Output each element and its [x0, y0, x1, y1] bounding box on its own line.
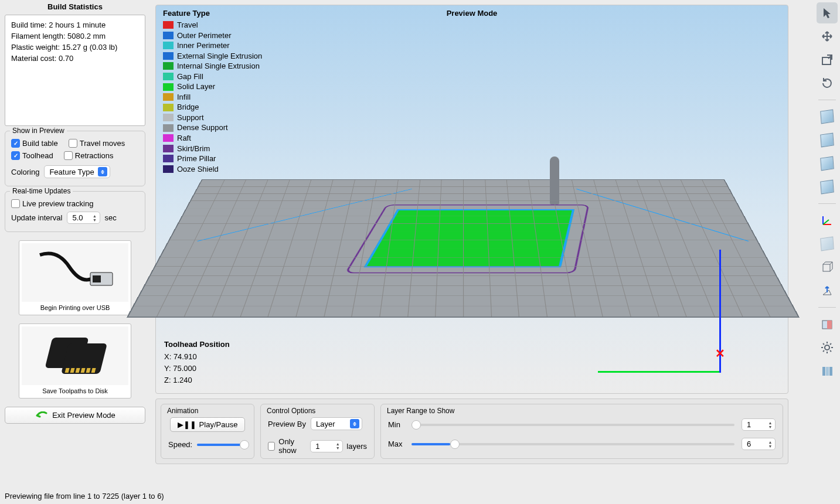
gear-icon [820, 340, 834, 355]
legend-text: Internal Single Extrusion [177, 61, 260, 71]
solid-button[interactable] [817, 233, 838, 254]
svg-rect-17 [829, 367, 832, 376]
wireframe-button[interactable] [817, 257, 838, 278]
show-in-preview-title: Show in Preview [10, 127, 67, 135]
max-label: Max [388, 440, 404, 448]
reset-tool-button[interactable] [817, 73, 838, 94]
legend-swatch [163, 165, 174, 173]
update-interval-unit: sec [105, 213, 117, 222]
rotate-icon [821, 77, 834, 90]
bottom-panel: Animation ▶❚❚ Play/Pause Speed: Control … [155, 399, 788, 464]
svg-rect-16 [826, 367, 829, 376]
checkbox-toolhead[interactable]: Toolhead [11, 151, 53, 160]
legend-text: Bridge [177, 102, 199, 113]
legend-swatch [163, 62, 174, 70]
legend-row: Ooze Shield [163, 164, 262, 175]
preview-by-label: Preview By [268, 420, 306, 428]
legend-swatch [163, 73, 174, 80]
pos-y: Y: 75.000 [164, 363, 230, 374]
save-disk-card[interactable]: Save Toolpaths to Disk [19, 323, 131, 399]
min-slider[interactable] [412, 424, 734, 426]
update-interval-input[interactable]: 5.0 ▲▼ [67, 212, 100, 224]
preview-by-select[interactable]: Layer [311, 417, 362, 430]
legend-row: Internal Single Extrusion [163, 61, 262, 71]
view-iso3-button[interactable] [817, 153, 838, 174]
min-label: Min [388, 420, 404, 429]
legend-row: Travel [163, 20, 262, 30]
legend-swatch [163, 145, 174, 152]
checkbox-build-table[interactable]: Build table [11, 139, 58, 148]
dropdown-icon [98, 167, 107, 176]
legend-row: Gap Fill [163, 71, 262, 82]
checkbox-live-preview[interactable]: Live preview tracking [11, 199, 139, 208]
pointer-tool-button[interactable] [817, 2, 838, 23]
legend-text: Raft [177, 133, 191, 144]
legend-row: Raft [163, 133, 262, 144]
axis-z: ✕ [715, 346, 729, 360]
section-button[interactable] [817, 314, 838, 335]
coloring-select[interactable]: Feature Type [44, 165, 110, 178]
svg-rect-13 [827, 321, 832, 329]
cube-icon [820, 180, 834, 195]
legend-text: Inner Perimeter [177, 40, 230, 51]
sd-card-icon [22, 326, 128, 385]
cube-icon [820, 156, 834, 171]
checkbox-only-show[interactable] [268, 442, 275, 451]
usb-print-card[interactable]: Begin Printing over USB [19, 240, 131, 315]
wireframe-icon [821, 261, 834, 274]
realtime-group: Real-time Updates Live preview tracking … [5, 191, 145, 232]
legend-text: Infill [177, 92, 191, 103]
checkbox-retractions[interactable]: Retractions [64, 151, 114, 160]
only-show-input[interactable]: 1 ▲▼ [310, 440, 343, 452]
normals-button[interactable] [817, 280, 838, 301]
play-pause-button[interactable]: ▶❚❚ Play/Pause [170, 417, 246, 432]
view-iso1-button[interactable] [817, 106, 838, 127]
compare-button[interactable] [817, 360, 838, 382]
min-input[interactable]: 1 ▲▼ [742, 418, 776, 431]
legend-text: Solid Layer [177, 81, 215, 92]
legend-text: Skirt/Brim [177, 144, 210, 154]
pos-z: Z: 1.240 [164, 374, 230, 386]
axis-x [598, 371, 721, 373]
view-iso2-button[interactable] [817, 130, 838, 151]
legend-row: Bridge [163, 102, 262, 113]
legend-row: Skirt/Brim [163, 144, 262, 154]
legend-row: Dense Support [163, 122, 262, 133]
stepper-icon: ▲▼ [334, 442, 341, 450]
view-iso4-button[interactable] [817, 176, 838, 197]
legend-swatch [163, 52, 174, 60]
legend-text: Gap Fill [177, 71, 203, 82]
axes-button[interactable] [817, 210, 838, 231]
svg-rect-1 [93, 275, 101, 282]
stepper-icon: ▲▼ [767, 421, 774, 429]
max-input[interactable]: 6 ▲▼ [742, 438, 776, 450]
legend-text: Prime Pillar [177, 154, 216, 164]
exit-preview-button[interactable]: Exit Preview Mode [5, 407, 145, 424]
speed-label: Speed: [168, 440, 192, 449]
legend-text: Ooze Shield [177, 164, 219, 175]
dropdown-icon [350, 419, 359, 428]
stat-weight: Plastic weight: 15.27 g (0.03 lb) [11, 42, 139, 53]
control-options-group: Control Options Preview By Layer Only sh… [260, 404, 375, 459]
settings-button[interactable] [817, 337, 838, 358]
fit-tool-button[interactable] [817, 49, 838, 70]
toolhead-icon [550, 156, 559, 205]
move-icon [821, 30, 834, 43]
animation-group: Animation ▶❚❚ Play/Pause Speed: [161, 404, 254, 459]
speed-slider[interactable] [197, 444, 247, 446]
legend-swatch [163, 32, 174, 39]
checkmark-icon [11, 151, 20, 160]
preview-viewport[interactable]: Preview Mode Feature Type TravelOuter Pe… [155, 5, 788, 394]
feature-legend: Feature Type TravelOuter PerimeterInner … [163, 9, 262, 174]
legend-swatch [163, 104, 174, 111]
checkmark-icon [11, 139, 20, 148]
max-slider[interactable] [412, 443, 734, 445]
legend-swatch [163, 114, 174, 121]
pan-tool-button[interactable] [817, 26, 838, 47]
legend-swatch [163, 134, 174, 142]
legend-swatch [163, 21, 174, 29]
stat-build-time: Build time: 2 hours 1 minute [11, 20, 139, 31]
checkbox-travel-moves[interactable]: Travel moves [69, 139, 125, 148]
model-solid-layer [363, 209, 574, 267]
pos-x: X: 74.910 [164, 351, 230, 363]
